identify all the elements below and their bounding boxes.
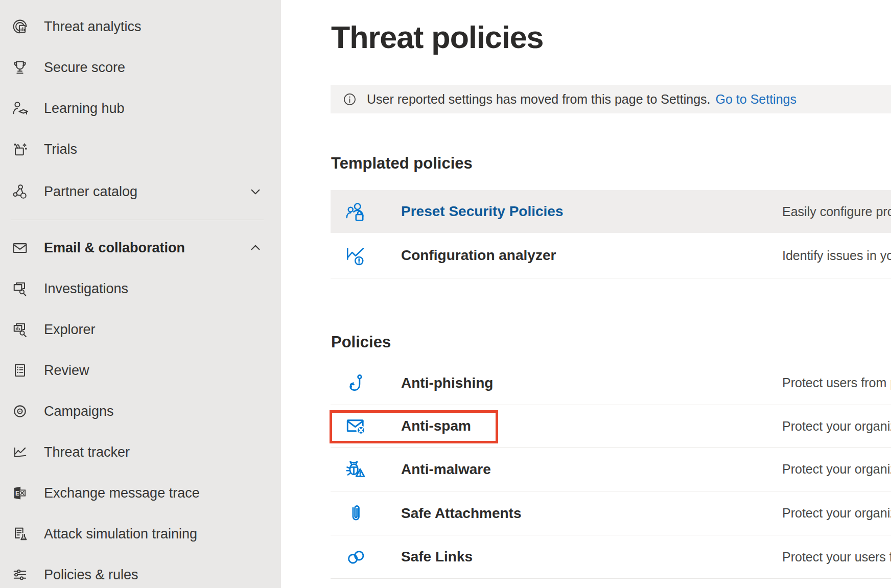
trials-icon [10, 139, 30, 159]
sidebar-nav: Threat analytics Secure score [0, 0, 281, 588]
sidebar-item-email-collaboration[interactable]: Email & collaboration [0, 227, 281, 268]
sidebar-item-explorer[interactable]: Explorer [0, 309, 281, 350]
sidebar-item-partner-catalog[interactable]: Partner catalog [0, 171, 281, 212]
policy-description: Protect your organiz [782, 462, 891, 477]
explorer-icon [10, 320, 30, 339]
sidebar-item-label: Email & collaboration [44, 240, 185, 256]
sidebar-item-investigations[interactable]: Investigations [0, 268, 281, 309]
row-preset-security-policies[interactable]: Preset Security Policies Easily configur… [331, 190, 891, 233]
sidebar-item-label: Review [44, 363, 89, 379]
threat-policies-page: Threat analytics Secure score [0, 0, 891, 588]
row-anti-malware[interactable]: Anti-malware Protect your organiz [331, 448, 891, 491]
go-to-settings-link[interactable]: Go to Settings [716, 92, 796, 107]
sidebar-item-threat-tracker[interactable]: Threat tracker [0, 432, 281, 473]
learning-hub-icon [10, 99, 30, 118]
safe-links-icon [343, 545, 368, 569]
policy-name[interactable]: Configuration analyzer [401, 247, 556, 264]
investigations-icon [10, 279, 30, 298]
sidebar-item-learning-hub[interactable]: Learning hub [0, 88, 281, 129]
policy-description: Protect your organiz [782, 419, 891, 434]
sidebar-item-attack-simulation-training[interactable]: Attack simulation training [0, 513, 281, 554]
policy-description: Protect your users fr [782, 550, 891, 565]
sidebar-item-label: Exchange message trace [44, 485, 200, 501]
banner-message: User reported settings has moved from th… [367, 92, 711, 107]
info-banner: User reported settings has moved from th… [331, 85, 891, 113]
section-heading-policies: Policies [331, 333, 391, 351]
configuration-analyzer-icon [343, 243, 368, 268]
sidebar-item-label: Investigations [44, 281, 128, 297]
row-safe-attachments[interactable]: Safe Attachments Protect your organiz [331, 491, 891, 535]
sidebar-divider [11, 220, 264, 220]
row-anti-phishing[interactable]: Anti-phishing Protect users from p [331, 361, 891, 405]
sidebar-item-threat-analytics[interactable]: Threat analytics [0, 6, 281, 47]
policy-description: Easily configure prot [782, 204, 891, 219]
sidebar-item-campaigns[interactable]: Campaigns [0, 391, 281, 432]
threat-analytics-icon [10, 17, 30, 36]
sidebar-item-policies-rules[interactable]: Policies & rules [0, 554, 281, 588]
review-icon [10, 361, 30, 380]
sidebar-item-label: Threat analytics [44, 19, 142, 35]
attack-simulation-training-icon [10, 524, 30, 544]
anti-phishing-icon [343, 371, 368, 395]
sidebar-item-label: Explorer [44, 322, 96, 338]
row-anti-spam[interactable]: Anti-spam Protect your organiz [331, 405, 891, 448]
policy-name[interactable]: Safe Attachments [401, 505, 521, 522]
sidebar-item-label: Policies & rules [44, 567, 138, 583]
policy-name[interactable]: Preset Security Policies [401, 203, 564, 220]
policy-name[interactable]: Anti-malware [401, 461, 491, 478]
safe-attachments-icon [343, 501, 368, 526]
email-collaboration-icon [10, 238, 30, 257]
sidebar-item-label: Learning hub [44, 101, 125, 116]
campaigns-icon [10, 402, 30, 421]
policy-name[interactable]: Anti-spam [401, 418, 471, 434]
info-icon [343, 92, 357, 106]
sidebar-item-secure-score[interactable]: Secure score [0, 47, 281, 88]
anti-malware-icon [343, 457, 368, 482]
preset-security-policies-icon [343, 199, 368, 224]
row-safe-links[interactable]: Safe Links Protect your users fr [331, 535, 891, 579]
policy-description: Identify issues in you [782, 248, 891, 263]
sidebar-item-trials[interactable]: Trials [0, 129, 281, 170]
sidebar-item-label: Secure score [44, 60, 125, 76]
policies-rules-icon [10, 565, 30, 584]
threat-tracker-icon [10, 442, 30, 462]
sidebar-item-label: Threat tracker [44, 444, 130, 460]
chevron-down-icon[interactable] [247, 183, 264, 200]
sidebar-item-exchange-message-trace[interactable]: E Exchange message trace [0, 473, 281, 513]
exchange-message-trace-icon: E [10, 483, 30, 503]
partner-catalog-icon [10, 182, 30, 201]
anti-spam-icon [343, 414, 368, 438]
row-configuration-analyzer[interactable]: Configuration analyzer Identify issues i… [331, 233, 891, 278]
policy-name[interactable]: Anti-phishing [401, 375, 493, 391]
sidebar-item-label: Campaigns [44, 404, 114, 419]
policy-name[interactable]: Safe Links [401, 549, 473, 565]
policy-description: Protect users from p [782, 375, 891, 390]
chevron-up-icon[interactable] [247, 239, 264, 256]
page-title: Threat policies [331, 19, 544, 55]
sidebar-item-review[interactable]: Review [0, 350, 281, 391]
secure-score-icon [10, 58, 30, 77]
section-heading-templated-policies: Templated policies [331, 154, 473, 173]
policy-description: Protect your organiz [782, 506, 891, 521]
sidebar-item-label: Partner catalog [44, 184, 137, 200]
sidebar-item-label: Trials [44, 142, 77, 157]
sidebar-item-label: Attack simulation training [44, 526, 197, 542]
